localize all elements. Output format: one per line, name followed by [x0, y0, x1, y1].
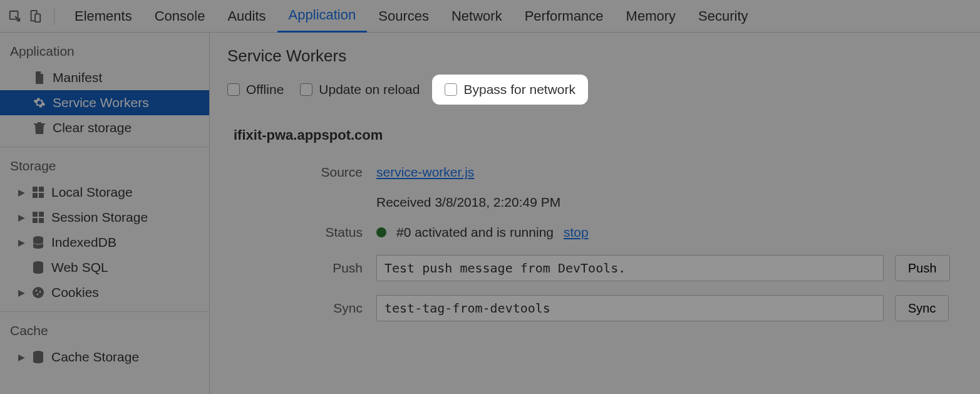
push-label: Push: [227, 261, 376, 276]
sidebar-item-label: IndexedDB: [51, 235, 116, 250]
sidebar-item-cache-storage[interactable]: ▶ Cache Storage: [0, 345, 209, 370]
svg-point-15: [39, 291, 41, 293]
service-workers-pane: Service Workers Offline Update on reload…: [210, 33, 980, 394]
stop-link[interactable]: stop: [564, 225, 589, 240]
sidebar-item-label: Local Storage: [51, 185, 133, 200]
sidebar-item-label: Web SQL: [51, 260, 108, 275]
tab-console[interactable]: Console: [143, 0, 217, 33]
trash-icon: [33, 122, 46, 134]
svg-rect-9: [33, 218, 38, 223]
devtools-tabbar: Elements Console Audits Application Sour…: [0, 0, 980, 33]
sync-button[interactable]: Sync: [895, 295, 949, 321]
push-input[interactable]: [376, 255, 884, 281]
received-timestamp: Received 3/8/2018, 2:20:49 PM: [376, 195, 560, 210]
svg-point-14: [36, 290, 38, 292]
tab-application[interactable]: Application: [277, 0, 368, 33]
sidebar-item-label: Cache Storage: [51, 350, 139, 365]
push-button[interactable]: Push: [895, 255, 950, 281]
database-icon: [31, 236, 45, 249]
tab-network[interactable]: Network: [440, 0, 513, 33]
expand-triangle-icon: ▶: [18, 288, 25, 298]
sidebar-item-label: Cookies: [51, 285, 99, 300]
update-on-reload-checkbox[interactable]: Update on reload: [300, 82, 420, 97]
service-worker-origin: ifixit-pwa.appspot.com: [234, 127, 980, 143]
database-icon: [31, 261, 45, 274]
gear-icon: [33, 96, 46, 109]
sidebar-item-label: Manifest: [53, 70, 102, 85]
sync-label: Sync: [227, 301, 376, 316]
status-label: Status: [227, 225, 376, 240]
sidebar-item-cookies[interactable]: ▶ Cookies: [0, 280, 209, 305]
svg-point-16: [37, 294, 39, 296]
sidebar-item-web-sql[interactable]: ▶ Web SQL: [0, 255, 209, 280]
tab-memory[interactable]: Memory: [615, 0, 687, 33]
sidebar-item-indexeddb[interactable]: ▶ IndexedDB: [0, 230, 209, 255]
svg-rect-6: [39, 193, 44, 198]
status-text: #0 activated and is running: [396, 225, 554, 240]
device-toggle-icon[interactable]: [25, 6, 45, 26]
cookie-icon: [31, 286, 45, 299]
expand-triangle-icon: ▶: [18, 352, 25, 362]
file-icon: [33, 71, 46, 84]
svg-rect-5: [33, 193, 38, 198]
sidebar-section-storage: Storage: [0, 147, 209, 180]
tab-security[interactable]: Security: [687, 0, 759, 33]
offline-checkbox[interactable]: Offline: [227, 82, 284, 97]
source-label: Source: [227, 165, 376, 180]
svg-rect-4: [39, 187, 44, 192]
checkbox-icon: [227, 83, 240, 96]
pane-title: Service Workers: [227, 46, 980, 66]
svg-point-13: [33, 287, 44, 298]
sidebar-section-application: Application: [0, 33, 209, 65]
tabbar-divider: [54, 8, 54, 24]
svg-rect-10: [39, 218, 44, 223]
checkbox-label: Update on reload: [319, 82, 420, 97]
application-sidebar: Application Manifest Service Workers Cle…: [0, 33, 210, 394]
checkbox-label: Bypass for network: [463, 82, 575, 97]
sidebar-item-session-storage[interactable]: ▶ Session Storage: [0, 205, 209, 230]
tab-audits[interactable]: Audits: [216, 0, 277, 33]
svg-rect-2: [35, 14, 40, 22]
grid-icon: [31, 212, 45, 223]
source-link[interactable]: service-worker.js: [376, 165, 474, 180]
sidebar-item-service-workers[interactable]: Service Workers: [0, 90, 209, 115]
expand-triangle-icon: ▶: [18, 237, 25, 247]
expand-triangle-icon: ▶: [18, 187, 25, 197]
sidebar-item-label: Clear storage: [53, 120, 132, 135]
expand-triangle-icon: ▶: [18, 212, 25, 222]
tab-sources[interactable]: Sources: [367, 0, 440, 33]
tab-performance[interactable]: Performance: [513, 0, 615, 33]
database-icon: [31, 351, 45, 363]
grid-icon: [31, 187, 45, 198]
tab-elements[interactable]: Elements: [63, 0, 143, 33]
sidebar-item-local-storage[interactable]: ▶ Local Storage: [0, 180, 209, 205]
sidebar-item-manifest[interactable]: Manifest: [0, 65, 209, 90]
sidebar-item-clear-storage[interactable]: Clear storage: [0, 115, 209, 140]
bypass-for-network-checkbox[interactable]: Bypass for network: [436, 78, 584, 101]
svg-rect-8: [39, 212, 44, 217]
checkbox-icon: [300, 83, 312, 96]
svg-rect-3: [33, 187, 38, 192]
svg-rect-7: [33, 212, 38, 217]
service-worker-options: Offline Update on reload Bypass for netw…: [227, 78, 980, 101]
status-dot-icon: [376, 227, 386, 237]
sidebar-section-cache: Cache: [0, 312, 209, 345]
sync-input[interactable]: [376, 295, 884, 321]
inspect-element-icon[interactable]: [5, 6, 25, 26]
checkbox-label: Offline: [246, 82, 284, 97]
sidebar-item-label: Service Workers: [53, 95, 149, 110]
sidebar-item-label: Session Storage: [51, 210, 148, 225]
checkbox-icon: [445, 83, 457, 96]
